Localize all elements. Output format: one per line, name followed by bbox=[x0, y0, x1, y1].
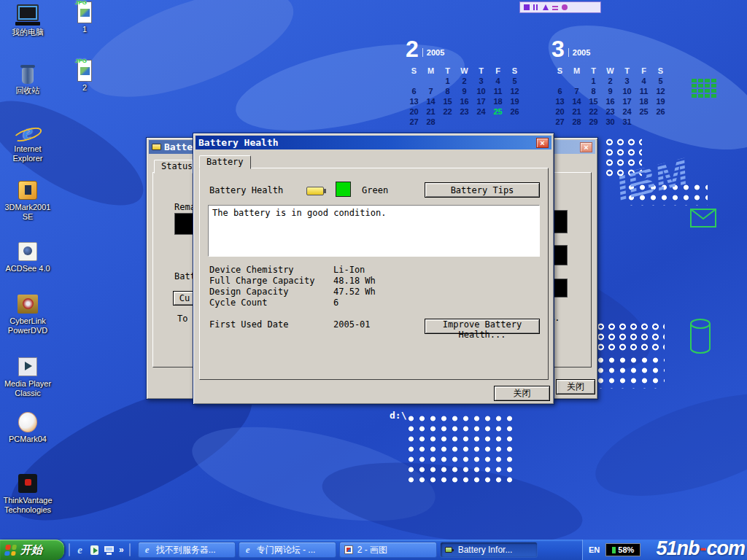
svg-text:IBM: IBM bbox=[611, 149, 693, 209]
battery-gauge bbox=[553, 279, 568, 298]
window-title: Batte bbox=[164, 141, 193, 152]
desktop-icon-3dmark[interactable]: 3DMark2001 SE bbox=[1, 179, 54, 222]
calendar-header: 2 2005 bbox=[406, 38, 523, 63]
file-label: 2 bbox=[66, 83, 104, 93]
desktop-icon-mpc[interactable]: Media Player Classic bbox=[1, 356, 54, 398]
calendar-month-number: 3 bbox=[551, 38, 565, 60]
desktop-icon-label: Internet Explorer bbox=[1, 144, 54, 163]
battery-icon bbox=[152, 144, 161, 150]
calendar-day: 12 bbox=[506, 87, 523, 97]
taskbar-task-button[interactable]: 专门网论坛 - ... bbox=[239, 542, 336, 558]
desktop-icon-label: 我的电脑 bbox=[1, 28, 54, 37]
taskbar-task-button[interactable]: 2 - 画图 bbox=[339, 542, 437, 558]
jpg-file-1[interactable]: JPG1 bbox=[66, 1, 104, 34]
start-label: 开始 bbox=[20, 543, 42, 557]
calendar-day-header: F bbox=[489, 66, 506, 77]
desktop-icon-acdsee[interactable]: ACDSee 4.0 bbox=[1, 241, 54, 273]
desktop-icon-internet-explorer[interactable]: Internet Explorer bbox=[1, 121, 54, 163]
power-icon[interactable] bbox=[562, 4, 568, 10]
calendar-day: 24 bbox=[619, 107, 635, 117]
media-player-icon[interactable] bbox=[88, 544, 101, 556]
desktop-icon-thinkvantage[interactable]: ThinkVantage Technologies bbox=[1, 472, 54, 515]
calendar-day bbox=[635, 117, 652, 128]
tab-battery[interactable]: Battery bbox=[199, 155, 251, 169]
close-button[interactable]: 关闭 bbox=[556, 379, 595, 394]
calendar-day: 21 bbox=[422, 107, 439, 117]
desktop-icon-recycle-bin[interactable]: 回收站 bbox=[1, 63, 54, 96]
ie-icon bbox=[243, 545, 253, 555]
calendar-day: 1 bbox=[439, 77, 456, 87]
jpg-badge: JPG bbox=[75, 58, 87, 64]
task-label: 找不到服务器... bbox=[156, 544, 216, 556]
toolbar-divider bbox=[129, 543, 131, 556]
condition-text: The battery is in good condition. bbox=[212, 208, 386, 218]
language-indicator[interactable]: EN bbox=[589, 545, 600, 554]
dot-pattern bbox=[595, 355, 665, 389]
field-label: First Used Date bbox=[209, 319, 288, 330]
calendar-day: 18 bbox=[635, 97, 652, 107]
start-button[interactable]: 开始 bbox=[0, 540, 64, 560]
battery-icon bbox=[306, 187, 324, 195]
speaker-icon[interactable] bbox=[524, 4, 530, 10]
calendar-day-header: T bbox=[473, 66, 489, 77]
calendar-day-header: S bbox=[652, 66, 669, 77]
battery-health-label: Battery Health bbox=[209, 185, 283, 195]
calendar-day: 28 bbox=[568, 117, 585, 128]
calendar-day-header: M bbox=[568, 66, 585, 77]
taskbar-task-button[interactable]: 找不到服务器... bbox=[138, 542, 236, 558]
battery-led-icon bbox=[612, 547, 616, 553]
display-icon[interactable] bbox=[543, 4, 549, 10]
close-button[interactable]: 关闭 bbox=[494, 386, 550, 401]
calendar-day: 3 bbox=[473, 77, 489, 87]
chevron-right-icon[interactable] bbox=[117, 545, 125, 555]
calendar-day: 6 bbox=[406, 87, 422, 97]
close-icon[interactable] bbox=[580, 142, 592, 152]
desktop: d:\ IBM 2 2005 bbox=[0, 0, 747, 560]
task-label: Battery Infor... bbox=[458, 545, 513, 555]
show-desktop-icon[interactable] bbox=[103, 544, 115, 556]
acdsee-icon bbox=[15, 241, 40, 262]
osd-mini-toolbar[interactable] bbox=[519, 1, 601, 13]
calendar-day: 21 bbox=[568, 107, 585, 117]
desktop-icon-pcmark[interactable]: PCMark04 bbox=[1, 411, 54, 444]
taskbar-task-button[interactable]: Battery Infor... bbox=[440, 542, 538, 558]
desktop-icon-my-computer[interactable]: 我的电脑 bbox=[1, 4, 54, 37]
paint-icon bbox=[344, 545, 354, 555]
grid-icon bbox=[690, 77, 719, 101]
close-icon[interactable] bbox=[536, 138, 549, 148]
condition-textbox[interactable]: The battery is in good condition. bbox=[208, 205, 540, 257]
jpg-file-2[interactable]: JPG2 bbox=[66, 60, 104, 93]
calendar-day-header: T bbox=[439, 66, 456, 77]
battery-tips-button[interactable]: Battery Tips bbox=[425, 182, 540, 198]
calendar-day: 20 bbox=[406, 107, 422, 117]
desktop-icon-label: Media Player Classic bbox=[1, 379, 54, 398]
calendar-day: 8 bbox=[439, 87, 456, 97]
calendar-day: 6 bbox=[551, 87, 568, 97]
calendar-day: 25 bbox=[489, 107, 506, 117]
calendar-day bbox=[506, 117, 523, 128]
calendar-day-header: W bbox=[456, 66, 473, 77]
tray-battery-indicator[interactable]: 58% bbox=[605, 543, 640, 556]
volume-icon[interactable] bbox=[533, 4, 539, 10]
field-row: Design Capacity47.52 Wh bbox=[200, 287, 548, 297]
desktop-icon-label: ACDSee 4.0 bbox=[1, 264, 54, 273]
calendar-day: 24 bbox=[473, 107, 489, 117]
desktop-icon-powerdvd[interactable]: CyberLink PowerDVD bbox=[1, 293, 54, 335]
calendar-day: 17 bbox=[473, 97, 489, 107]
calendar-day: 27 bbox=[551, 117, 568, 128]
calendar-day: 25 bbox=[635, 107, 652, 117]
calendar-day: 27 bbox=[406, 117, 422, 128]
calendar-header: 3 2005 bbox=[551, 38, 669, 63]
calendar-day: 28 bbox=[422, 117, 439, 128]
calendar-day: 19 bbox=[652, 97, 669, 107]
battery-gauge bbox=[553, 245, 568, 265]
calendar-february: 2 2005 SMTWTFS12345678910111213141516171… bbox=[406, 38, 523, 128]
calendar-day: 30 bbox=[602, 117, 619, 128]
field-value: 2005-01 bbox=[333, 319, 371, 330]
desktop-icon-label: 回收站 bbox=[1, 86, 54, 96]
internet-explorer-icon[interactable] bbox=[74, 544, 86, 556]
keyboard-icon[interactable] bbox=[552, 4, 558, 10]
dialog-titlebar[interactable]: Battery Health bbox=[196, 136, 551, 149]
desktop-icon-label: 3DMark2001 SE bbox=[1, 203, 54, 222]
calendar-day: 7 bbox=[568, 87, 585, 97]
